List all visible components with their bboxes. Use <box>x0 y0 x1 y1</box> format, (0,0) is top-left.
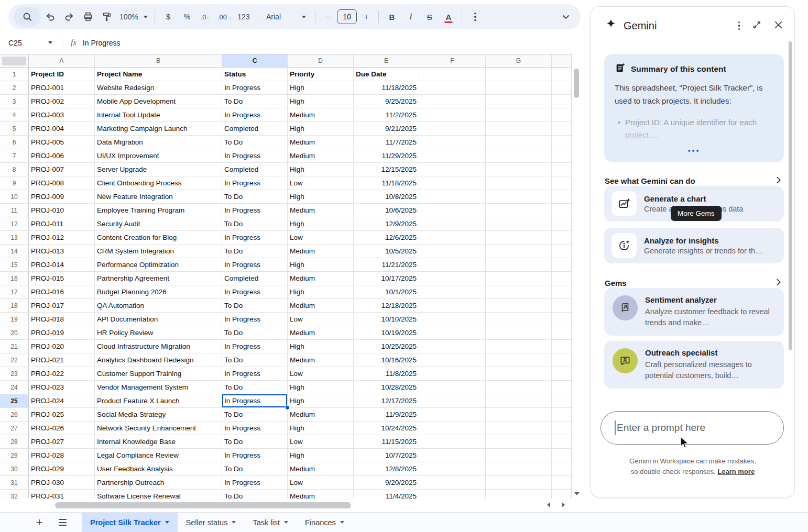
cell[interactable] <box>486 149 552 163</box>
cell[interactable] <box>552 408 572 422</box>
cell[interactable]: In Progress <box>222 285 288 299</box>
row-header-20[interactable]: 20 <box>0 326 29 340</box>
cell[interactable]: Status <box>222 68 288 81</box>
cell[interactable] <box>486 340 552 353</box>
cell[interactable]: In Progress <box>222 149 288 163</box>
row-header-10[interactable]: 10 <box>0 190 29 204</box>
cell[interactable] <box>419 394 486 408</box>
cell[interactable]: Low <box>288 367 354 381</box>
cell[interactable]: In Progress <box>222 313 288 326</box>
panel-menu-button[interactable] <box>738 21 740 30</box>
cell[interactable] <box>486 408 552 422</box>
cell[interactable]: QA Automation <box>95 299 222 313</box>
cell[interactable]: High <box>288 95 354 108</box>
cell[interactable] <box>486 476 552 490</box>
cell[interactable]: 10/24/2025 <box>354 422 419 435</box>
cell[interactable] <box>419 176 486 190</box>
cell[interactable]: Priority <box>288 68 354 81</box>
horizontal-scrollbar-thumb[interactable] <box>55 502 351 508</box>
sheet-tab-project-silk-tracker[interactable]: Project Silk Tracker <box>82 513 178 532</box>
summary-card[interactable]: Summary of this content This spreadsheet… <box>604 54 784 162</box>
scroll-left-button[interactable] <box>544 500 553 509</box>
cell[interactable]: High <box>288 422 354 435</box>
cell[interactable]: High <box>288 285 354 299</box>
cell[interactable]: Low <box>288 231 354 245</box>
number-format-button[interactable]: 123 <box>234 7 253 26</box>
row-header-11[interactable]: 11 <box>0 204 29 217</box>
learn-more-link[interactable]: Learn more <box>717 468 755 475</box>
cell[interactable] <box>419 163 486 176</box>
column-header-E[interactable]: E <box>354 54 419 68</box>
cell[interactable] <box>419 68 486 81</box>
row-header-28[interactable]: 28 <box>0 435 29 449</box>
row-header-18[interactable]: 18 <box>0 299 29 313</box>
row-header-17[interactable]: 17 <box>0 285 29 299</box>
sheet-tab-task-list[interactable]: Task list <box>244 513 297 532</box>
cell[interactable] <box>419 190 486 204</box>
cell[interactable]: To Do <box>222 435 288 449</box>
cell[interactable]: In Progress <box>222 422 288 435</box>
row-header-3[interactable]: 3 <box>0 95 29 108</box>
cell[interactable] <box>419 408 486 422</box>
all-sheets-button[interactable] <box>54 515 70 530</box>
suggestion-analyze-insights[interactable]: Analyze for insights Generate insights o… <box>604 228 784 263</box>
cell[interactable]: Budget Planning 2026 <box>95 285 222 299</box>
row-header-15[interactable]: 15 <box>0 258 29 272</box>
cell[interactable]: High <box>288 122 354 136</box>
cell[interactable] <box>486 435 552 449</box>
font-family-control[interactable]: Arial <box>261 7 311 26</box>
cell[interactable]: PROJ-005 <box>29 136 95 149</box>
cell[interactable]: 12/8/2025 <box>354 462 419 476</box>
cell[interactable] <box>419 258 486 272</box>
cell[interactable] <box>486 353 552 367</box>
cell[interactable]: To Do <box>222 299 288 313</box>
cell[interactable] <box>419 204 486 217</box>
cell[interactable] <box>552 476 572 490</box>
gem-outreach-specialist[interactable]: Outreach specialist Craft personalized m… <box>604 341 784 389</box>
cell[interactable]: High <box>288 258 354 272</box>
cell[interactable]: Medium <box>288 326 354 340</box>
cell[interactable]: Partnership Outreach <box>95 476 222 490</box>
cell[interactable] <box>552 285 572 299</box>
cell[interactable]: Security Audit <box>95 217 222 231</box>
cell[interactable]: 10/10/2025 <box>354 313 419 326</box>
cell[interactable] <box>552 163 572 176</box>
name-box[interactable]: C25 <box>0 39 52 47</box>
cell[interactable]: New Feature Integration <box>95 190 222 204</box>
cell[interactable]: High <box>288 217 354 231</box>
undo-button[interactable] <box>41 7 60 26</box>
cell[interactable] <box>552 81 572 95</box>
font-size-input[interactable]: 10 <box>337 9 357 24</box>
cell[interactable]: Completed <box>222 122 288 136</box>
cell[interactable]: Data Migration <box>95 136 222 149</box>
cell[interactable]: PROJ-001 <box>29 81 95 95</box>
row-header-2[interactable]: 2 <box>0 81 29 95</box>
cell[interactable]: PROJ-026 <box>29 422 95 435</box>
bold-button[interactable]: B <box>383 7 401 26</box>
row-header-13[interactable]: 13 <box>0 231 29 245</box>
cell[interactable]: PROJ-030 <box>29 476 95 490</box>
cell[interactable]: PROJ-003 <box>29 108 95 122</box>
cell[interactable]: Medium <box>288 245 354 258</box>
cell[interactable]: Mobile App Development <box>95 95 222 108</box>
cell[interactable]: 10/5/2025 <box>354 245 419 258</box>
cell[interactable] <box>486 176 552 190</box>
cell[interactable]: Medium <box>288 408 354 422</box>
cell[interactable]: High <box>288 81 354 95</box>
cell[interactable] <box>419 313 486 326</box>
cell[interactable]: PROJ-016 <box>29 285 95 299</box>
row-header-12[interactable]: 12 <box>0 217 29 231</box>
cell[interactable]: High <box>288 381 354 394</box>
cell[interactable]: Legal Compliance Review <box>95 449 222 462</box>
cell[interactable] <box>419 422 486 435</box>
cell[interactable] <box>486 245 552 258</box>
cell[interactable]: To Do <box>222 136 288 149</box>
cell[interactable] <box>552 231 572 245</box>
cell[interactable]: Medium <box>288 353 354 367</box>
cell[interactable] <box>552 258 572 272</box>
cell[interactable]: PROJ-006 <box>29 149 95 163</box>
cell[interactable]: 12/17/2025 <box>354 394 419 408</box>
cell[interactable]: PROJ-017 <box>29 299 95 313</box>
cell[interactable] <box>419 81 486 95</box>
cell[interactable]: To Do <box>222 462 288 476</box>
